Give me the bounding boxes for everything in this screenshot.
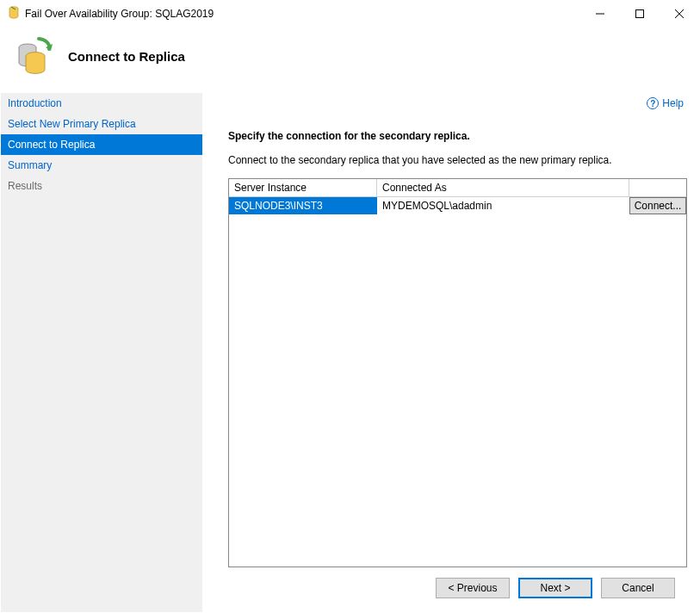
window-controls (580, 1, 699, 27)
nav-introduction[interactable]: Introduction (1, 93, 202, 114)
table-row[interactable]: SQLNODE3\INST3 MYDEMOSQL\adadmin Connect… (229, 197, 686, 214)
help-link[interactable]: ? Help (647, 97, 684, 109)
nav-connect-to-replica[interactable]: Connect to Replica (1, 134, 202, 155)
next-button[interactable]: Next > (518, 578, 592, 598)
window-title: Fail Over Availability Group: SQLAG2019 (25, 8, 580, 20)
nav-select-new-primary-replica[interactable]: Select New Primary Replica (1, 114, 202, 134)
col-actions (629, 179, 686, 197)
wizard-sidebar: Introduction Select New Primary Replica … (1, 92, 202, 612)
close-button[interactable] (660, 1, 699, 27)
cell-server-instance: SQLNODE3\INST3 (229, 197, 377, 214)
database-failover-icon (15, 35, 53, 77)
titlebar: Fail Over Availability Group: SQLAG2019 (1, 1, 699, 27)
nav-summary[interactable]: Summary (1, 155, 202, 176)
maximize-icon (635, 9, 644, 18)
cancel-button[interactable]: Cancel (601, 578, 675, 598)
col-connected-as[interactable]: Connected As (377, 179, 629, 197)
wizard-content: ? Help Specify the connection for the se… (202, 92, 699, 612)
minimize-button[interactable] (580, 1, 620, 27)
wizard-header: Connect to Replica (1, 27, 699, 92)
svg-rect-2 (636, 10, 644, 18)
col-server-instance[interactable]: Server Instance (229, 179, 377, 197)
instruction-heading: Specify the connection for the secondary… (228, 130, 687, 142)
close-icon (675, 9, 684, 18)
instruction-subtext: Connect to the secondary replica that yo… (228, 154, 687, 166)
wizard-body: Introduction Select New Primary Replica … (1, 92, 699, 612)
nav-results: Results (1, 176, 202, 196)
wizard-footer: < Previous Next > Cancel (228, 567, 687, 612)
help-icon: ? (647, 97, 659, 109)
maximize-button[interactable] (620, 1, 660, 27)
cell-connect-action: Connect... (629, 197, 686, 214)
table-empty-area (229, 214, 686, 567)
wizard-window: Fail Over Availability Group: SQLAG2019 (0, 0, 700, 613)
replica-table: Server Instance Connected As SQLNODE3\IN… (228, 178, 687, 567)
table-header-row: Server Instance Connected As (229, 179, 686, 197)
connect-button[interactable]: Connect... (629, 197, 686, 214)
page-title: Connect to Replica (68, 49, 185, 64)
minimize-icon (596, 9, 604, 18)
database-icon (8, 6, 20, 22)
help-label: Help (662, 97, 684, 109)
cell-connected-as: MYDEMOSQL\adadmin (377, 197, 629, 214)
previous-button[interactable]: < Previous (436, 578, 510, 598)
